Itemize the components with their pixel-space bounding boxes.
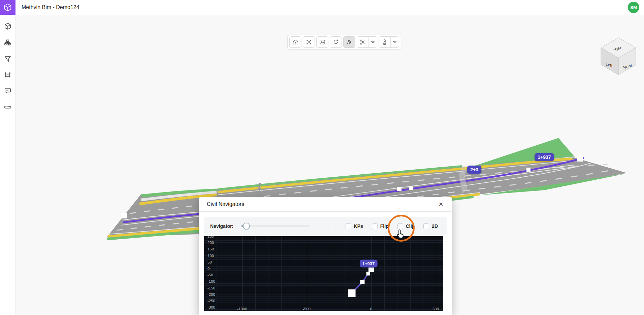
profile-chart-plot — [204, 236, 443, 311]
checkbox-clip[interactable]: Clip — [397, 223, 415, 229]
walk-tool-group — [379, 36, 399, 48]
panel-title: Civil Navigators — [207, 197, 244, 211]
kps-checkbox[interactable] — [346, 223, 351, 229]
close-icon[interactable]: ✕ — [437, 200, 445, 209]
clip-checkbox[interactable] — [397, 223, 403, 229]
2d-checkbox[interactable] — [423, 223, 429, 229]
terrain-patch — [462, 138, 575, 170]
ghost-structure — [459, 171, 468, 194]
civil-navigators-panel: Civil Navigators ✕ Navigator: KPs Flip — [199, 197, 452, 315]
clip-tool-group — [357, 36, 377, 48]
left-sidebar — [0, 15, 16, 315]
filter-icon[interactable] — [4, 55, 12, 63]
app-header: Methvin Bim - Demo124 SM — [0, 0, 644, 15]
chart-point-marker — [348, 289, 356, 297]
caret-down-icon[interactable] — [368, 37, 377, 47]
chainage-marker — [526, 168, 530, 172]
cube-logo-icon — [3, 3, 12, 12]
view-cube[interactable]: Top Left Front — [599, 36, 638, 77]
terrain-patch — [480, 174, 626, 195]
checkbox-2d[interactable]: 2D — [423, 223, 438, 229]
walk-person-button[interactable] — [379, 37, 390, 47]
chainage-marker — [397, 187, 401, 191]
chart-point-marker — [360, 280, 364, 284]
user-avatar[interactable]: SM — [628, 2, 639, 13]
checkbox-kps[interactable]: KPs — [346, 223, 363, 229]
orbit-button[interactable] — [330, 36, 342, 48]
chainage-marker — [577, 155, 583, 162]
home-button[interactable] — [289, 36, 301, 48]
page-title: Methvin Bim - Demo124 — [22, 0, 79, 15]
navigator-label: Navigator: — [210, 223, 233, 229]
chainage-marker — [409, 186, 413, 190]
fit-view-button[interactable] — [303, 36, 315, 48]
chart-point-marker — [368, 267, 374, 272]
navigator-controls-row: Navigator: KPs Flip Clip — [204, 217, 447, 235]
checkbox-flip[interactable]: Flip — [372, 223, 389, 229]
ruler-icon[interactable] — [4, 103, 12, 111]
profile-chart[interactable]: 1+937 250200150100500-50-100-150-200-250… — [204, 236, 443, 311]
person-figure — [258, 183, 261, 197]
flip-checkbox[interactable] — [372, 223, 378, 229]
scissors-button[interactable] — [357, 37, 368, 47]
navigator-slider-handle[interactable] — [243, 223, 250, 230]
navigator-slider[interactable] — [242, 225, 310, 227]
panel-header[interactable]: Civil Navigators ✕ — [199, 197, 452, 212]
selection-box-icon[interactable] — [4, 71, 12, 79]
kp-badge: 2+3 — [467, 166, 481, 174]
road-view-button[interactable] — [343, 36, 355, 48]
divider — [332, 220, 332, 232]
screenshot-button[interactable] — [316, 36, 328, 48]
chainage-marker — [121, 213, 127, 218]
option-checkbox-group: KPs Flip Clip 2D — [346, 223, 438, 229]
chart-point-marker — [366, 272, 370, 275]
app-root: 2+3 1+937 — [0, 0, 644, 315]
caret-down-icon[interactable] — [390, 37, 399, 47]
hierarchy-icon[interactable] — [4, 39, 12, 47]
model-cube-icon[interactable] — [4, 22, 12, 30]
app-logo[interactable] — [0, 0, 15, 15]
chart-point-badge: 1+937 — [360, 260, 378, 268]
comment-icon[interactable] — [4, 87, 12, 95]
viewer-toolbar — [287, 35, 401, 49]
kp-badge: 1+937 — [535, 153, 554, 161]
